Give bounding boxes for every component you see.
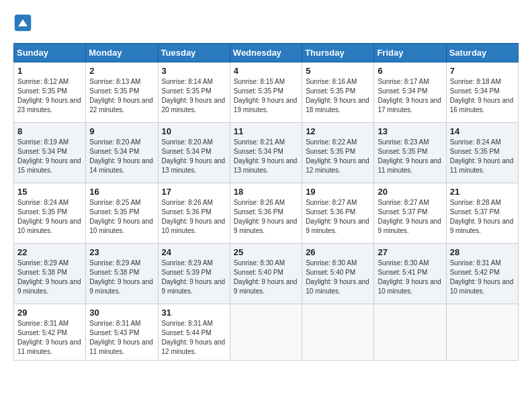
day-number: 25 bbox=[234, 247, 298, 257]
calendar-cell: 5Sunrise: 8:16 AMSunset: 5:35 PMDaylight… bbox=[302, 62, 374, 123]
day-number: 22 bbox=[17, 247, 82, 257]
day-number: 17 bbox=[162, 187, 226, 197]
day-number: 18 bbox=[234, 187, 298, 197]
day-number: 31 bbox=[162, 308, 226, 318]
calendar-cell: 15Sunrise: 8:24 AMSunset: 5:35 PMDayligh… bbox=[14, 183, 86, 244]
day-number: 23 bbox=[89, 247, 154, 257]
day-number: 5 bbox=[306, 66, 370, 76]
day-info: Sunrise: 8:30 AMSunset: 5:40 PMDaylight:… bbox=[234, 259, 298, 296]
weekday-header-row: SundayMondayTuesdayWednesdayThursdayFrid… bbox=[14, 44, 519, 62]
week-row-2: 8Sunrise: 8:19 AMSunset: 5:34 PMDaylight… bbox=[14, 123, 519, 183]
weekday-header-saturday: Saturday bbox=[446, 44, 518, 62]
weekday-header-monday: Monday bbox=[86, 44, 158, 62]
day-number: 16 bbox=[89, 187, 154, 197]
day-info: Sunrise: 8:30 AMSunset: 5:40 PMDaylight:… bbox=[306, 259, 370, 296]
calendar-cell: 14Sunrise: 8:24 AMSunset: 5:35 PMDayligh… bbox=[446, 123, 518, 183]
day-number: 3 bbox=[162, 66, 226, 76]
logo-icon bbox=[13, 13, 32, 32]
weekday-header-tuesday: Tuesday bbox=[158, 44, 230, 62]
day-info: Sunrise: 8:29 AMSunset: 5:38 PMDaylight:… bbox=[17, 259, 82, 296]
day-number: 21 bbox=[450, 187, 515, 197]
day-info: Sunrise: 8:29 AMSunset: 5:39 PMDaylight:… bbox=[162, 259, 226, 296]
day-number: 12 bbox=[306, 126, 370, 136]
calendar-cell: 7Sunrise: 8:18 AMSunset: 5:34 PMDaylight… bbox=[446, 62, 518, 123]
calendar-cell: 11Sunrise: 8:21 AMSunset: 5:34 PMDayligh… bbox=[230, 123, 302, 183]
day-number: 8 bbox=[17, 126, 82, 136]
day-number: 1 bbox=[17, 66, 82, 76]
day-info: Sunrise: 8:19 AMSunset: 5:34 PMDaylight:… bbox=[17, 138, 82, 175]
day-info: Sunrise: 8:23 AMSunset: 5:35 PMDaylight:… bbox=[378, 138, 442, 175]
day-info: Sunrise: 8:28 AMSunset: 5:37 PMDaylight:… bbox=[450, 198, 515, 236]
calendar-cell: 25Sunrise: 8:30 AMSunset: 5:40 PMDayligh… bbox=[230, 244, 302, 304]
day-number: 13 bbox=[378, 126, 442, 136]
day-number: 14 bbox=[450, 126, 515, 136]
calendar-cell: 18Sunrise: 8:26 AMSunset: 5:36 PMDayligh… bbox=[230, 183, 302, 244]
day-number: 11 bbox=[234, 126, 298, 136]
day-number: 26 bbox=[306, 247, 370, 257]
day-number: 27 bbox=[378, 247, 442, 257]
calendar-cell: 24Sunrise: 8:29 AMSunset: 5:39 PMDayligh… bbox=[158, 244, 230, 304]
calendar-cell: 20Sunrise: 8:27 AMSunset: 5:37 PMDayligh… bbox=[374, 183, 446, 244]
day-info: Sunrise: 8:13 AMSunset: 5:35 PMDaylight:… bbox=[89, 77, 154, 115]
day-number: 28 bbox=[450, 247, 515, 257]
weekday-header-wednesday: Wednesday bbox=[230, 44, 302, 62]
calendar-cell: 16Sunrise: 8:25 AMSunset: 5:35 PMDayligh… bbox=[86, 183, 158, 244]
weekday-header-sunday: Sunday bbox=[14, 44, 86, 62]
day-info: Sunrise: 8:25 AMSunset: 5:35 PMDaylight:… bbox=[89, 198, 154, 236]
day-info: Sunrise: 8:24 AMSunset: 5:35 PMDaylight:… bbox=[450, 138, 515, 175]
day-info: Sunrise: 8:18 AMSunset: 5:34 PMDaylight:… bbox=[450, 77, 515, 115]
day-info: Sunrise: 8:27 AMSunset: 5:36 PMDaylight:… bbox=[306, 198, 370, 236]
day-number: 24 bbox=[162, 247, 226, 257]
day-number: 4 bbox=[234, 66, 298, 76]
calendar-cell: 2Sunrise: 8:13 AMSunset: 5:35 PMDaylight… bbox=[86, 62, 158, 123]
calendar-cell bbox=[230, 304, 302, 361]
header bbox=[13, 13, 519, 32]
calendar-cell bbox=[302, 304, 374, 361]
calendar-cell: 6Sunrise: 8:17 AMSunset: 5:34 PMDaylight… bbox=[374, 62, 446, 123]
calendar-cell: 12Sunrise: 8:22 AMSunset: 5:35 PMDayligh… bbox=[302, 123, 374, 183]
day-info: Sunrise: 8:26 AMSunset: 5:36 PMDaylight:… bbox=[234, 198, 298, 236]
day-number: 19 bbox=[306, 187, 370, 197]
calendar-cell: 19Sunrise: 8:27 AMSunset: 5:36 PMDayligh… bbox=[302, 183, 374, 244]
calendar-cell: 1Sunrise: 8:12 AMSunset: 5:35 PMDaylight… bbox=[14, 62, 86, 123]
calendar-cell: 22Sunrise: 8:29 AMSunset: 5:38 PMDayligh… bbox=[14, 244, 86, 304]
calendar-cell: 8Sunrise: 8:19 AMSunset: 5:34 PMDaylight… bbox=[14, 123, 86, 183]
day-info: Sunrise: 8:31 AMSunset: 5:43 PMDaylight:… bbox=[89, 319, 154, 357]
week-row-1: 1Sunrise: 8:12 AMSunset: 5:35 PMDaylight… bbox=[14, 62, 519, 123]
calendar-cell: 23Sunrise: 8:29 AMSunset: 5:38 PMDayligh… bbox=[86, 244, 158, 304]
week-row-5: 29Sunrise: 8:31 AMSunset: 5:42 PMDayligh… bbox=[14, 304, 519, 361]
day-info: Sunrise: 8:21 AMSunset: 5:34 PMDaylight:… bbox=[234, 138, 298, 175]
calendar-table: SundayMondayTuesdayWednesdayThursdayFrid… bbox=[13, 43, 519, 361]
day-info: Sunrise: 8:31 AMSunset: 5:44 PMDaylight:… bbox=[162, 319, 226, 357]
day-number: 15 bbox=[17, 187, 82, 197]
day-number: 6 bbox=[378, 66, 442, 76]
calendar-cell: 9Sunrise: 8:20 AMSunset: 5:34 PMDaylight… bbox=[86, 123, 158, 183]
calendar-cell: 4Sunrise: 8:15 AMSunset: 5:35 PMDaylight… bbox=[230, 62, 302, 123]
day-info: Sunrise: 8:20 AMSunset: 5:34 PMDaylight:… bbox=[162, 138, 226, 175]
calendar-cell: 10Sunrise: 8:20 AMSunset: 5:34 PMDayligh… bbox=[158, 123, 230, 183]
day-info: Sunrise: 8:26 AMSunset: 5:36 PMDaylight:… bbox=[162, 198, 226, 236]
calendar-cell: 3Sunrise: 8:14 AMSunset: 5:35 PMDaylight… bbox=[158, 62, 230, 123]
calendar-cell: 13Sunrise: 8:23 AMSunset: 5:35 PMDayligh… bbox=[374, 123, 446, 183]
week-row-3: 15Sunrise: 8:24 AMSunset: 5:35 PMDayligh… bbox=[14, 183, 519, 244]
weekday-header-thursday: Thursday bbox=[302, 44, 374, 62]
calendar-cell: 26Sunrise: 8:30 AMSunset: 5:40 PMDayligh… bbox=[302, 244, 374, 304]
day-number: 9 bbox=[89, 126, 154, 136]
calendar-cell bbox=[446, 304, 518, 361]
calendar-cell bbox=[374, 304, 446, 361]
calendar-cell: 28Sunrise: 8:31 AMSunset: 5:42 PMDayligh… bbox=[446, 244, 518, 304]
day-info: Sunrise: 8:14 AMSunset: 5:35 PMDaylight:… bbox=[162, 77, 226, 115]
day-info: Sunrise: 8:15 AMSunset: 5:35 PMDaylight:… bbox=[234, 77, 298, 115]
day-info: Sunrise: 8:24 AMSunset: 5:35 PMDaylight:… bbox=[17, 198, 82, 236]
day-number: 10 bbox=[162, 126, 226, 136]
calendar-cell: 29Sunrise: 8:31 AMSunset: 5:42 PMDayligh… bbox=[14, 304, 86, 361]
day-number: 7 bbox=[450, 66, 515, 76]
logo bbox=[13, 13, 35, 32]
day-info: Sunrise: 8:31 AMSunset: 5:42 PMDaylight:… bbox=[17, 319, 82, 357]
day-info: Sunrise: 8:20 AMSunset: 5:34 PMDaylight:… bbox=[89, 138, 154, 175]
day-info: Sunrise: 8:27 AMSunset: 5:37 PMDaylight:… bbox=[378, 198, 442, 236]
day-info: Sunrise: 8:31 AMSunset: 5:42 PMDaylight:… bbox=[450, 259, 515, 296]
day-number: 30 bbox=[89, 308, 154, 318]
day-number: 29 bbox=[17, 308, 82, 318]
day-number: 20 bbox=[378, 187, 442, 197]
